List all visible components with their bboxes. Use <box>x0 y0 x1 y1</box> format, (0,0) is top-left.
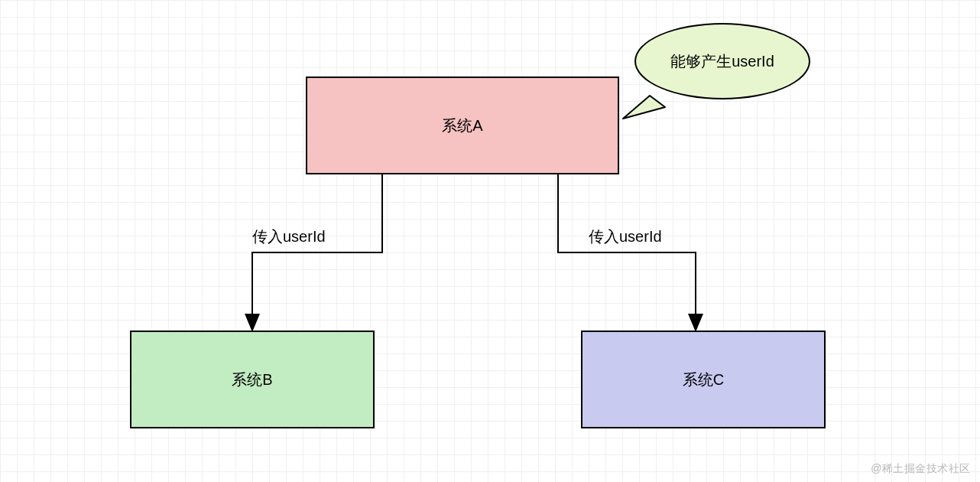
edge-a-to-c <box>558 174 696 329</box>
node-system-c-label: 系统C <box>683 370 724 390</box>
speech-tail <box>623 96 665 119</box>
edge-a-to-b <box>252 174 382 329</box>
node-system-b-label: 系统B <box>232 370 272 390</box>
edge-label-a-to-c: 传入userId <box>589 226 662 247</box>
speech-bubble-text: 能够产生userId <box>670 51 774 72</box>
watermark-text: @稀土掘金技术社区 <box>871 462 971 476</box>
node-system-b: 系统B <box>130 331 375 428</box>
node-system-a-label: 系统A <box>442 116 482 136</box>
node-system-c: 系统C <box>581 331 826 428</box>
speech-bubble-userid: 能够产生userId <box>634 23 810 99</box>
edge-label-a-to-b: 传入userId <box>252 226 326 247</box>
node-system-a: 系统A <box>306 77 619 174</box>
